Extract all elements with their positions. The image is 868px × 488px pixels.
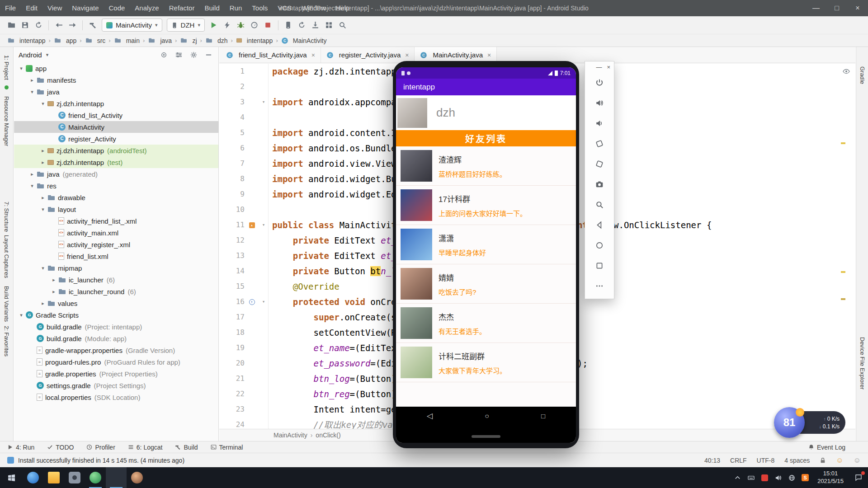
- smiley-gray-icon[interactable]: ☺: [854, 457, 861, 464]
- menu-file[interactable]: File: [0, 0, 21, 16]
- close-icon[interactable]: ×: [311, 52, 315, 59]
- tab-friend-list-activity-java[interactable]: C friend_list_Activity.java ×: [221, 47, 321, 63]
- tree-expand-icon[interactable]: ▸: [28, 171, 37, 177]
- tree-expand-icon[interactable]: ▸: [38, 160, 47, 165]
- speed-ball[interactable]: 81: [774, 407, 805, 438]
- toolwindow-build[interactable]: Build: [175, 444, 198, 451]
- tree-item-mipmap[interactable]: ▾ mipmap: [14, 262, 218, 274]
- tab-mainactivity-java[interactable]: C MainActivity.java ×: [415, 47, 497, 63]
- emulator-rotate-left-icon[interactable]: [585, 133, 614, 154]
- sliders-icon[interactable]: [173, 49, 184, 60]
- fold-icon[interactable]: ▾: [259, 217, 268, 233]
- emulator-volume-down-icon[interactable]: [585, 113, 614, 133]
- tree-item-java[interactable]: ▸ java(generated): [14, 168, 218, 180]
- breadcrumb-main[interactable]: main: [113, 37, 141, 44]
- save-icon[interactable]: [18, 19, 32, 32]
- menu-view[interactable]: View: [42, 0, 67, 16]
- friend-item[interactable]: 潇潇 早睡早起身体好: [396, 225, 576, 264]
- breadcrumb-zj[interactable]: zj: [179, 37, 198, 44]
- hide-panel-icon[interactable]: [203, 49, 214, 60]
- run-configuration-select[interactable]: MainActivity ▾: [102, 19, 162, 32]
- build-hammer-icon[interactable]: [86, 19, 99, 32]
- emulator-screenshot-icon[interactable]: [585, 174, 614, 194]
- stop-icon[interactable]: [261, 19, 275, 32]
- tree-expand-icon[interactable]: ▸: [38, 148, 47, 154]
- tree-item-layout[interactable]: ▾ layout: [14, 203, 218, 215]
- caret-position[interactable]: 40:13: [704, 457, 720, 464]
- scrollbar-warning-mark[interactable]: [841, 298, 845, 300]
- tree-expand-icon[interactable]: ▾: [28, 183, 37, 189]
- device-manager-icon[interactable]: [282, 19, 295, 32]
- tree-expand-icon[interactable]: ▸: [28, 77, 37, 83]
- tree-item-ic-launcher-round[interactable]: ▸ ic_launcher_round(6): [14, 286, 218, 297]
- toolwindow-terminal[interactable]: Terminal: [211, 444, 243, 451]
- nav-recents-button[interactable]: □: [541, 412, 545, 420]
- tree-expand-icon[interactable]: ▾: [17, 66, 26, 71]
- taskbar-app-browser[interactable]: [23, 467, 43, 488]
- emulator-overview-icon[interactable]: [585, 255, 614, 276]
- input-keyboard-icon[interactable]: [744, 467, 758, 488]
- tree-expand-icon[interactable]: ▾: [38, 101, 47, 107]
- tree-item-java[interactable]: ▾ java: [14, 86, 218, 98]
- stripe-7-structure[interactable]: 7: Structure: [3, 202, 10, 232]
- breadcrumb-intentapp[interactable]: intentapp: [6, 37, 47, 44]
- sync-icon[interactable]: [32, 19, 45, 32]
- search-icon[interactable]: [336, 19, 349, 32]
- project-view-selector[interactable]: Android: [19, 51, 42, 59]
- emulator-close-button[interactable]: ×: [607, 64, 610, 70]
- tree-expand-icon[interactable]: ▸: [38, 300, 47, 306]
- toolwindow-4-run[interactable]: 4: Run: [7, 444, 34, 451]
- nav-home-button[interactable]: ○: [485, 412, 489, 420]
- layout-inspector-icon[interactable]: [322, 19, 336, 32]
- tree-item-values[interactable]: ▸ values: [14, 297, 218, 309]
- toolwindow-todo[interactable]: TODO: [47, 444, 74, 451]
- menu-tools[interactable]: Tools: [247, 0, 273, 16]
- hidden-icons-chevron[interactable]: [731, 467, 744, 488]
- emulator-rotate-right-icon[interactable]: [585, 154, 614, 174]
- tree-expand-icon[interactable]: ▾: [17, 312, 26, 318]
- start-button[interactable]: [0, 467, 23, 488]
- close-icon[interactable]: ×: [487, 52, 491, 59]
- menu-build[interactable]: Build: [199, 0, 224, 16]
- taskbar-app-android-studio[interactable]: [85, 467, 106, 488]
- breadcrumb-app[interactable]: app: [53, 37, 77, 44]
- stripe-1-project[interactable]: 1: Project: [3, 55, 10, 80]
- network-speed-widget[interactable]: ↑0 K/s ↓0.1 K/s 81: [777, 408, 845, 437]
- action-center-button[interactable]: [849, 467, 868, 488]
- reader-mode-eye-icon[interactable]: [843, 68, 850, 75]
- tree-item-gradle-properties[interactable]: ≡gradle.properties(Project Properties): [14, 368, 218, 380]
- tree-expand-icon[interactable]: ▸: [49, 289, 58, 295]
- menu-edit[interactable]: Edit: [21, 0, 42, 16]
- stripe-resource-manager[interactable]: Resource Manager: [3, 96, 10, 146]
- device-select[interactable]: DZH ▾: [167, 19, 205, 32]
- fold-icon[interactable]: ▾: [259, 294, 268, 310]
- emulator-zoom-icon[interactable]: [585, 194, 614, 215]
- speaker-icon[interactable]: [771, 467, 785, 488]
- override-gutter-icon[interactable]: ↑: [249, 299, 255, 305]
- tree-item-register-activity[interactable]: Cregister_Activity: [14, 133, 218, 145]
- menu-navigate[interactable]: Navigate: [67, 0, 104, 16]
- emulator-back-icon[interactable]: [585, 215, 614, 235]
- tree-item-build-gradle[interactable]: Gbuild.gradle(Project: intentapp): [14, 321, 218, 333]
- menu-code[interactable]: Code: [104, 0, 130, 16]
- emulator-more-icon[interactable]: [585, 276, 614, 296]
- friend-item[interactable]: 17计科群 上面的问卷大家好好填一下。: [396, 186, 576, 225]
- breadcrumb-class[interactable]: MainActivity: [274, 432, 307, 439]
- profile-row[interactable]: dzh: [396, 95, 576, 130]
- tree-expand-icon[interactable]: ▾: [38, 265, 47, 271]
- nav-back-button[interactable]: ◁: [427, 411, 433, 421]
- apply-changes-icon[interactable]: [221, 19, 234, 32]
- tree-item-build-gradle[interactable]: Gbuild.gradle(Module: app): [14, 333, 218, 344]
- tab-register-activity-java[interactable]: C register_Activity.java ×: [321, 47, 415, 63]
- implements-gutter-icon[interactable]: ▴: [249, 222, 255, 228]
- tree-expand-icon[interactable]: ▸: [49, 277, 58, 283]
- menu-refactor[interactable]: Refactor: [164, 0, 200, 16]
- sync-gradle-icon[interactable]: [295, 19, 309, 32]
- network-icon[interactable]: [785, 467, 798, 488]
- tree-item-app[interactable]: ▾ app: [14, 62, 218, 74]
- friend-item[interactable]: 计科二班副群 大家做下青年大学习。: [396, 343, 576, 382]
- fold-icon[interactable]: ▾: [259, 94, 268, 110]
- tree-item-zj-dzh-intentapp[interactable]: ▸ zj.dzh.intentapp(test): [14, 156, 218, 168]
- debug-icon[interactable]: [234, 19, 248, 32]
- tree-expand-icon[interactable]: ▾: [38, 206, 47, 212]
